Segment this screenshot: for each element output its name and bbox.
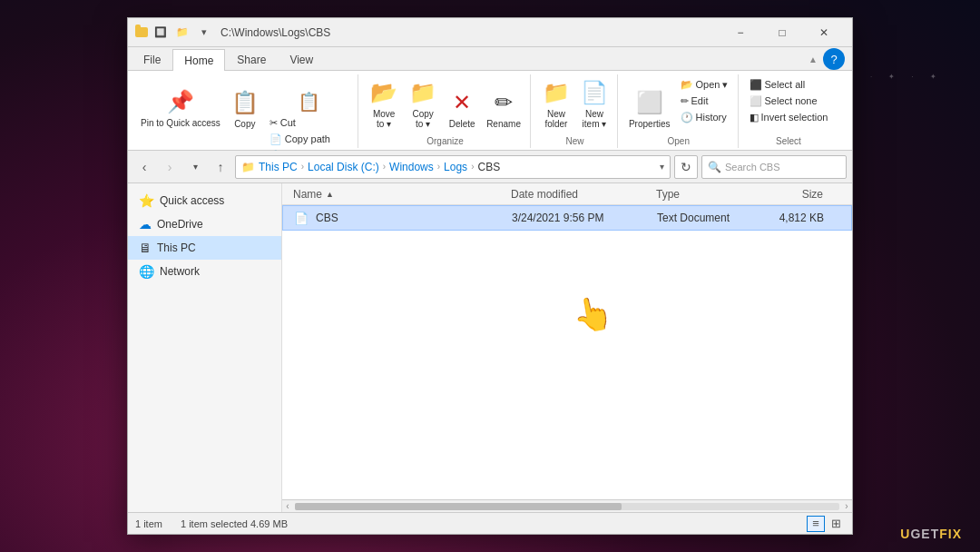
copy-to-button[interactable]: 📁 Copyto ▾ (405, 76, 441, 131)
properties-icon: ⬜ (636, 90, 663, 115)
paste-icon: 📋 (298, 91, 320, 113)
ribbon-group-open: ⬜ Properties 📂 Open ▾ ✏ Edit 🕐 History (620, 74, 739, 148)
select-column: ⬛ Select all ⬜ Select none ◧ Invert sele… (746, 76, 832, 125)
new-label: New (565, 136, 583, 148)
rename-icon: ✏ (495, 90, 513, 115)
help-button[interactable]: ? (823, 48, 845, 70)
move-to-icon: 📂 (370, 80, 397, 105)
ribbon: 📌 Pin to Quick access 📋 Copy 📋 ✂ Cut (128, 71, 852, 151)
statusbar: 1 item 1 item selected 4.69 MB ≡ ⊞ (128, 512, 852, 534)
new-folder-icon: 📁 (543, 80, 570, 105)
item-count: 1 item (135, 518, 162, 529)
titlebar-icon (135, 27, 148, 37)
tab-file[interactable]: File (132, 48, 172, 70)
search-box[interactable]: 🔍 Search CBS (701, 155, 847, 179)
sidebar-item-onedrive[interactable]: ☁ OneDrive (128, 212, 281, 236)
invert-selection-icon: ◧ (750, 112, 759, 123)
sidebar: ⭐ Quick access ☁ OneDrive 🖥 This PC 🌐 Ne… (128, 183, 282, 512)
titlebar-controls: − □ ✕ (720, 18, 845, 47)
bc-local-disk[interactable]: Local Disk (C:) (308, 161, 379, 173)
bc-logs[interactable]: Logs (444, 161, 467, 173)
new-folder-button[interactable]: 📁 Newfolder (538, 76, 574, 131)
open-icon: 📂 (681, 79, 693, 91)
open-column: 📂 Open ▾ ✏ Edit 🕐 History (677, 76, 732, 125)
view-details-button[interactable]: ≡ (807, 516, 825, 532)
col-header-date[interactable]: Date modified (504, 188, 649, 201)
copy-button[interactable]: 📋 Copy (227, 76, 263, 131)
recent-locations-button[interactable]: ▾ (184, 156, 206, 178)
ribbon-collapse-btn[interactable]: ▲ (808, 54, 818, 64)
new-item-button[interactable]: 📄 Newitem ▾ (577, 76, 612, 131)
paste-button[interactable]: 📋 (266, 76, 352, 114)
select-all-icon: ⬛ (750, 79, 762, 91)
delete-button[interactable]: ✕ Delete (444, 76, 480, 131)
col-header-size[interactable]: Size (758, 188, 830, 201)
bc-dropdown[interactable]: ▾ (660, 162, 664, 172)
bc-this-pc[interactable]: This PC (259, 161, 298, 173)
explorer-window: 🔲 📁 ▾ C:\Windows\Logs\CBS − □ ✕ File Hom… (127, 17, 853, 535)
rename-button[interactable]: ✏ Rename (483, 76, 524, 131)
edit-button[interactable]: ✏ Edit (677, 93, 732, 109)
main-area: ⭐ Quick access ☁ OneDrive 🖥 This PC 🌐 Ne… (128, 183, 852, 512)
file-icon: 📄 (294, 212, 309, 225)
breadcrumb: 📁 This PC › Local Disk (C:) › Windows › … (235, 155, 671, 179)
sidebar-item-quick-access[interactable]: ⭐ Quick access (128, 189, 281, 212)
maximize-button[interactable]: □ (761, 18, 803, 47)
edit-icon: ✏ (681, 95, 689, 107)
sidebar-item-network[interactable]: 🌐 Network (128, 260, 281, 283)
table-row[interactable]: 📄 CBS 3/24/2021 9:56 PM Text Document 4,… (282, 205, 852, 231)
ribbon-tab-bar: File Home Share View ▲ ? (128, 47, 852, 71)
organize-label: Organize (426, 136, 464, 148)
col-header-name[interactable]: Name ▲ (286, 188, 504, 201)
tab-home[interactable]: Home (172, 49, 225, 71)
bc-cbs: CBS (477, 161, 500, 173)
ugetfix-badge: UGETFIX (900, 527, 962, 541)
scrollbar-thumb[interactable] (295, 503, 622, 510)
new-item-icon: 📄 (581, 80, 608, 105)
ribbon-group-clipboard: 📌 Pin to Quick access 📋 Copy 📋 ✂ Cut (132, 74, 358, 148)
scroll-left-btn[interactable]: ‹ (282, 501, 293, 512)
sidebar-item-this-pc[interactable]: 🖥 This PC (128, 236, 281, 260)
horizontal-scrollbar[interactable]: ‹ › (282, 499, 852, 512)
view-large-icons-button[interactable]: ⊞ (827, 516, 845, 532)
close-button[interactable]: ✕ (803, 18, 845, 47)
open-button[interactable]: 📂 Open ▾ (677, 76, 732, 93)
delete-icon: ✕ (453, 90, 471, 115)
history-icon: 🕐 (681, 112, 693, 123)
quick-access-toolbar: 🔲 📁 ▾ (152, 24, 213, 42)
select-none-icon: ⬜ (750, 95, 762, 107)
filelist-body: 📄 CBS 3/24/2021 9:56 PM Text Document 4,… (282, 205, 852, 499)
copy-path-icon: 📄 (270, 133, 282, 145)
view-toggle: ≡ ⊞ (807, 516, 845, 532)
open-label: Open (667, 136, 689, 148)
col-header-type[interactable]: Type (649, 188, 758, 201)
scrollbar-track (295, 503, 839, 510)
copy-path-button[interactable]: 📄 Copy path (266, 131, 352, 147)
select-all-button[interactable]: ⬛ Select all (746, 76, 832, 93)
copy-to-icon: 📁 (409, 80, 436, 105)
properties-button[interactable]: ⬜ Properties (625, 76, 674, 131)
bc-windows[interactable]: Windows (389, 161, 434, 173)
up-button[interactable]: ↑ (210, 156, 231, 178)
organize-content: 📂 Moveto ▾ 📁 Copyto ▾ ✕ Delete ✏ Rename (366, 74, 524, 136)
computer-icon: 🖥 (139, 241, 152, 255)
invert-selection-button[interactable]: ◧ Invert selection (746, 109, 832, 125)
tab-share[interactable]: Share (225, 48, 278, 70)
cut-button[interactable]: ✂ Cut (266, 114, 352, 131)
back-button[interactable]: ‹ (133, 156, 155, 178)
tab-view[interactable]: View (278, 48, 325, 70)
pin-to-quick-access-button[interactable]: 📌 Pin to Quick access (137, 76, 224, 131)
forward-button[interactable]: › (159, 156, 181, 178)
qat-properties[interactable]: 🔲 (152, 24, 170, 42)
qat-newfolder[interactable]: 📁 (173, 24, 191, 42)
refresh-button[interactable]: ↻ (674, 155, 698, 179)
minimize-button[interactable]: − (720, 18, 761, 47)
file-name-cell: 📄 CBS (287, 212, 505, 225)
select-none-button[interactable]: ⬜ Select none (746, 93, 832, 109)
qat-dropdown[interactable]: ▾ (195, 24, 213, 42)
addressbar-row: ‹ › ▾ ↑ 📁 This PC › Local Disk (C:) › Wi… (128, 151, 852, 183)
move-to-button[interactable]: 📂 Moveto ▾ (366, 76, 402, 131)
file-date-cell: 3/24/2021 9:56 PM (505, 212, 650, 224)
scroll-right-btn[interactable]: › (841, 501, 852, 512)
history-button[interactable]: 🕐 History (677, 109, 732, 125)
